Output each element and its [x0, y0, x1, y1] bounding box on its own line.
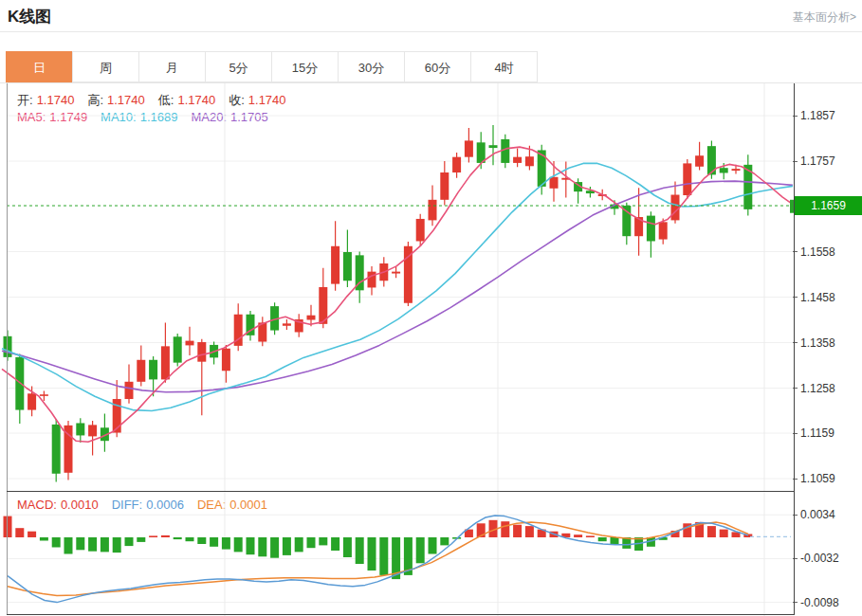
candle [64, 421, 73, 480]
macd-bar [416, 537, 425, 563]
candle [743, 154, 752, 215]
macd-bar [356, 537, 364, 564]
panel-separator [7, 491, 795, 492]
macd-bar [707, 526, 716, 537]
price-axis-label: 1.1757 [793, 154, 835, 168]
macd-bar [210, 537, 218, 547]
candle [283, 319, 291, 330]
macd-bar [586, 535, 595, 537]
fundamental-analysis-link[interactable]: 基本面分析> [793, 9, 856, 26]
macd-bar [720, 530, 728, 537]
price-axis-label: 1.1558 [793, 245, 835, 259]
candle [15, 354, 24, 424]
candle [489, 125, 498, 165]
macd-chart[interactable] [0, 492, 862, 616]
candle [247, 311, 255, 341]
candle [440, 161, 449, 206]
axis-text: -0.0032 [800, 552, 839, 565]
axis-text: 1.1258 [800, 382, 835, 395]
candle [550, 161, 559, 202]
macd-bar [101, 537, 109, 552]
macd-bar [186, 537, 194, 541]
candle [465, 128, 473, 162]
macd-bar [197, 537, 206, 544]
candle [222, 345, 230, 383]
price-axis-label: 1.1358 [793, 336, 835, 350]
candle [404, 242, 413, 306]
price-axis-label: 1.1258 [793, 382, 835, 395]
axis-text: 1.1458 [800, 291, 835, 304]
macd-bar [125, 537, 134, 546]
macd-bar [234, 537, 243, 552]
macd-bar [64, 537, 73, 554]
axis-text: 1.1358 [800, 336, 835, 350]
macd-bar [598, 537, 607, 541]
candle [234, 303, 243, 351]
macd-bar [525, 526, 534, 537]
candle [174, 334, 182, 367]
macd-bar [501, 521, 509, 537]
candle [52, 419, 61, 481]
candle [331, 221, 339, 290]
macd-bar [174, 537, 182, 539]
candle [647, 211, 655, 257]
candle [368, 266, 376, 296]
tab-period-1[interactable]: 周 [72, 51, 139, 82]
tab-period-2[interactable]: 月 [138, 51, 206, 82]
macd-bar [440, 537, 449, 545]
price-chart[interactable] [0, 83, 862, 492]
macd-bar [4, 516, 12, 537]
tab-period-7[interactable]: 4时 [470, 51, 538, 82]
bottom-border [7, 614, 795, 615]
macd-bar [222, 537, 230, 550]
macd-bar [247, 537, 255, 554]
macd-bar [270, 537, 279, 558]
candle [76, 418, 84, 443]
candle [343, 229, 352, 286]
tab-period-6[interactable]: 60分 [404, 51, 471, 82]
candle [416, 214, 425, 246]
candle [186, 327, 194, 355]
macd-axis-label: -0.0098 [793, 596, 839, 609]
price-axis-label: 1.1458 [793, 291, 835, 304]
macd-bar [368, 537, 376, 571]
macd-bar [15, 528, 24, 537]
candle [258, 317, 266, 346]
current-price-tag: 1.1659 [795, 196, 862, 215]
candle [671, 182, 680, 224]
axis-text: 1.1558 [800, 245, 835, 259]
macd-bar [331, 537, 339, 551]
axis-text: -0.0098 [800, 596, 839, 609]
axis-text: 1.1059 [800, 472, 835, 485]
candle [501, 135, 509, 169]
macd-bar [40, 537, 48, 541]
tab-period-0[interactable]: 日 [6, 51, 73, 82]
tab-period-3[interactable]: 5分 [205, 51, 272, 82]
candle [695, 142, 704, 171]
axis-line-right [794, 83, 795, 614]
axis-text: 1.1757 [800, 154, 835, 168]
macd-bar [161, 535, 170, 537]
candle [452, 153, 461, 178]
macd-bar [76, 537, 84, 550]
macd-axis-label: 0.0034 [793, 508, 835, 521]
macd-bar [258, 537, 266, 556]
candle [88, 421, 97, 455]
period-tab-bar: 日周月5分15分30分60分4时 [7, 51, 538, 82]
tab-period-4[interactable]: 15分 [271, 51, 339, 82]
macd-bar [611, 537, 619, 544]
page-title: K线图 [8, 6, 51, 27]
candle [295, 314, 303, 336]
macd-bar [379, 537, 388, 575]
macd-bar [52, 537, 61, 548]
axis-line-left [7, 83, 8, 614]
axis-text: 1.1857 [800, 109, 835, 122]
tab-period-5[interactable]: 30分 [338, 51, 405, 82]
macd-bar [28, 532, 36, 537]
macd-bar [113, 537, 121, 553]
candle [101, 413, 109, 451]
candle [513, 149, 522, 168]
price-axis-label: 1.1159 [793, 426, 834, 440]
candle [137, 345, 145, 386]
macd-bar [88, 537, 97, 552]
